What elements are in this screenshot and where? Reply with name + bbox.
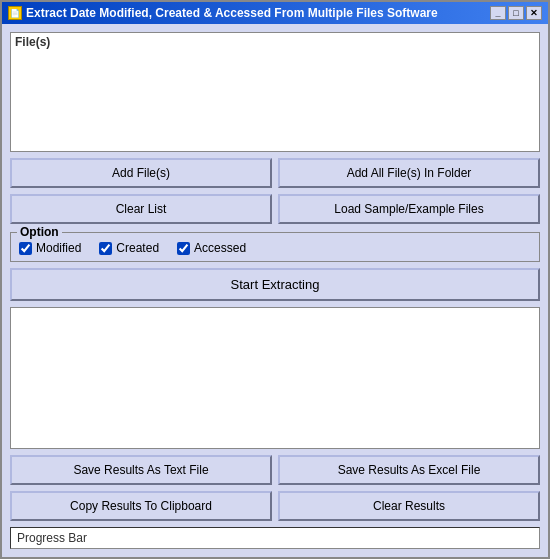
title-bar-left: 📄 Extract Date Modified, Created & Acces… xyxy=(8,6,438,20)
maximize-button[interactable]: □ xyxy=(508,6,524,20)
accessed-label: Accessed xyxy=(194,241,246,255)
accessed-checkbox[interactable] xyxy=(177,242,190,255)
start-extracting-button[interactable]: Start Extracting xyxy=(10,268,540,301)
main-window: 📄 Extract Date Modified, Created & Acces… xyxy=(0,0,550,559)
window-title: Extract Date Modified, Created & Accesse… xyxy=(26,6,438,20)
save-text-button[interactable]: Save Results As Text File xyxy=(10,455,272,485)
content-area: File(s) Add File(s) Add All File(s) In F… xyxy=(2,24,548,557)
created-option: Created xyxy=(99,241,159,255)
files-label: File(s) xyxy=(15,35,535,49)
accessed-option: Accessed xyxy=(177,241,246,255)
options-row: Modified Created Accessed xyxy=(19,239,531,255)
add-buttons-row: Add File(s) Add All File(s) In Folder xyxy=(10,158,540,188)
minimize-button[interactable]: _ xyxy=(490,6,506,20)
created-checkbox[interactable] xyxy=(99,242,112,255)
modified-label: Modified xyxy=(36,241,81,255)
title-controls: _ □ ✕ xyxy=(490,6,542,20)
copy-clipboard-button[interactable]: Copy Results To Clipboard xyxy=(10,491,272,521)
progress-bar: Progress Bar xyxy=(10,527,540,549)
load-sample-button[interactable]: Load Sample/Example Files xyxy=(278,194,540,224)
modified-option: Modified xyxy=(19,241,81,255)
add-files-button[interactable]: Add File(s) xyxy=(10,158,272,188)
clear-results-button[interactable]: Clear Results xyxy=(278,491,540,521)
clear-load-row: Clear List Load Sample/Example Files xyxy=(10,194,540,224)
progress-label: Progress Bar xyxy=(17,531,87,545)
copy-clear-row: Copy Results To Clipboard Clear Results xyxy=(10,491,540,521)
save-buttons-row: Save Results As Text File Save Results A… xyxy=(10,455,540,485)
options-group: Option Modified Created Accessed xyxy=(10,232,540,262)
clear-list-button[interactable]: Clear List xyxy=(10,194,272,224)
save-excel-button[interactable]: Save Results As Excel File xyxy=(278,455,540,485)
close-button[interactable]: ✕ xyxy=(526,6,542,20)
options-legend: Option xyxy=(17,225,62,239)
add-all-files-button[interactable]: Add All File(s) In Folder xyxy=(278,158,540,188)
files-list-box: File(s) xyxy=(10,32,540,152)
modified-checkbox[interactable] xyxy=(19,242,32,255)
results-box xyxy=(10,307,540,449)
app-icon: 📄 xyxy=(8,6,22,20)
created-label: Created xyxy=(116,241,159,255)
title-bar: 📄 Extract Date Modified, Created & Acces… xyxy=(2,2,548,24)
